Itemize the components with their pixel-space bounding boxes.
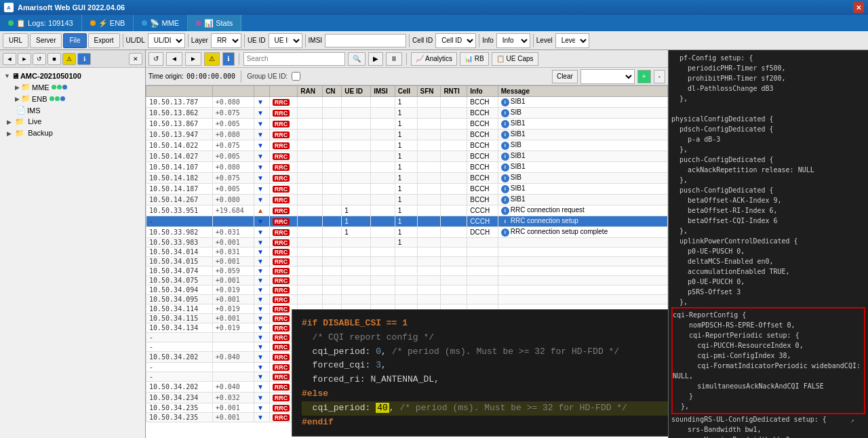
table-row[interactable]: 10.50.34.094 +0.019 ▼ RRC xyxy=(146,285,668,295)
table-row[interactable]: 10.50.34.095 +0.001 ▼ RRC xyxy=(146,295,668,304)
cell-message: iSIB1 xyxy=(498,119,667,130)
table-row[interactable]: 10.50.14.267 +0.080 ▼ RRC 1 BCCH iSIB1 xyxy=(146,195,668,205)
cell-ueid xyxy=(342,285,371,295)
enb-dot-green xyxy=(50,96,54,101)
cell-diff: +0.032 xyxy=(212,393,254,403)
prev-btn[interactable]: ◄ xyxy=(166,52,182,66)
tree-item-mme[interactable]: ▶ 📁 MME xyxy=(12,81,144,93)
table-row[interactable]: 10.50.14.107 +0.080 ▼ RRC 1 BCCH iSIB1 xyxy=(146,162,668,173)
tab-mme[interactable]: 📡 MME xyxy=(134,15,188,31)
cell-time: - xyxy=(146,216,213,227)
ue-caps-btn[interactable]: 📋 UE Caps xyxy=(492,52,538,66)
cell-cell: 1 xyxy=(395,140,417,151)
layer-tag: RRC xyxy=(273,99,290,106)
plus-btn[interactable]: + xyxy=(637,70,651,83)
table-row[interactable]: 10.50.14.022 +0.075 ▼ RRC 1 BCCH iSIB xyxy=(146,140,668,151)
table-row[interactable]: 10.50.33.951 +19.684 ▲ RRC 1 1 CCCH iRRC… xyxy=(146,205,668,216)
tree-item-live[interactable]: ▶ 📁 Live xyxy=(1,116,144,127)
tab-enb[interactable]: ⚡ ENB xyxy=(82,15,134,31)
layer-tag: RRC xyxy=(273,153,290,160)
group-ue-checkbox[interactable] xyxy=(292,72,300,81)
table-row[interactable]: 10.50.34.075 +0.001 ▼ RRC xyxy=(146,276,668,285)
tree-item-backup[interactable]: ▶ 📁 Backup xyxy=(1,127,144,139)
cell-layer: RRC xyxy=(269,97,297,108)
cell-layer: RRC xyxy=(269,119,297,130)
table-row[interactable]: 10.50.14.187 +0.005 ▼ RRC 1 BCCH iSIB1 xyxy=(146,184,668,195)
ul-dl-select[interactable]: UL/DL xyxy=(148,33,185,48)
cell-ueid xyxy=(342,295,371,304)
layer-select[interactable]: RRC xyxy=(211,33,241,48)
cell-time: 10.50.33.982 xyxy=(146,227,213,238)
table-row[interactable]: 10.50.34.015 +0.001 ▼ RRC xyxy=(146,257,668,266)
code-line-8: #endif xyxy=(302,416,668,430)
refresh-btn[interactable]: ↺ xyxy=(33,53,46,65)
warn-filter-btn[interactable]: ⚠ xyxy=(204,52,220,66)
level-select[interactable]: Level xyxy=(555,33,589,48)
close-button[interactable]: ✕ xyxy=(853,2,864,13)
cell-time: 10.50.14.187 xyxy=(146,184,213,195)
play-btn[interactable]: ▶ xyxy=(368,52,383,66)
nav-back-btn[interactable]: ◄ xyxy=(3,53,16,65)
ue-id-select[interactable]: UE ID xyxy=(269,33,302,48)
info-filter-btn[interactable]: ℹ xyxy=(222,52,235,66)
table-row[interactable]: 10.50.33.982 +0.031 ▼ RRC 1 1 DCCH iRRC … xyxy=(146,227,668,238)
cell-sfn xyxy=(417,266,441,276)
cell-id-select[interactable]: Cell ID xyxy=(435,33,476,48)
stop-btn[interactable]: ■ xyxy=(47,53,61,65)
server-btn[interactable]: Server xyxy=(30,33,62,48)
table-row[interactable]: 10.50.13.787 +0.080 ▼ RRC 1 BCCH iSIB1 xyxy=(146,97,668,108)
cell-rnti xyxy=(441,151,467,162)
cell-imsi xyxy=(371,216,395,227)
refresh-table-btn[interactable]: ↺ xyxy=(149,52,163,66)
close-sidebar-btn[interactable]: ✕ xyxy=(129,53,142,65)
table-row[interactable]: 10.50.13.947 +0.080 ▼ RRC 1 BCCH iSIB1 xyxy=(146,130,668,140)
table-row[interactable]: 10.50.13.867 +0.005 ▼ RRC 1 BCCH iSIB1 xyxy=(146,119,668,130)
pause-btn[interactable]: ⏸ xyxy=(386,52,402,66)
url-btn[interactable]: URL xyxy=(3,33,28,48)
code-line-7: cqi_period: 40, /* period (ms). Must be … xyxy=(302,401,668,416)
imsi-input[interactable] xyxy=(325,34,406,47)
cell-ran xyxy=(298,247,323,257)
cell-info: CCCH xyxy=(467,216,498,227)
cell-time: 10.50.34.074 xyxy=(146,266,213,276)
clear-select[interactable] xyxy=(580,69,635,84)
tab-stats[interactable]: 📊 Stats xyxy=(188,15,241,31)
table-row[interactable]: 10.50.14.027 +0.005 ▼ RRC 1 BCCH iSIB1 xyxy=(146,151,668,162)
tree-item-enb[interactable]: ▶ 📁 ENB xyxy=(12,93,144,104)
cell-layer: RRC xyxy=(269,257,297,266)
analytics-btn[interactable]: 📈 Analytics xyxy=(411,52,457,66)
table-row[interactable]: - ▼ RRC 1 1 CCCH iRRC connection setup xyxy=(146,216,668,227)
layer-tag: RRC xyxy=(273,306,290,313)
search-input[interactable] xyxy=(243,52,345,66)
export-btn[interactable]: Export xyxy=(88,33,120,48)
arrow-mme: ▶ xyxy=(15,84,20,91)
tree-item-root[interactable]: ▼ 🖥 AMC-2021050100 xyxy=(1,71,144,81)
cell-info xyxy=(467,247,498,257)
cell-dir: ▼ xyxy=(254,342,270,352)
log-table-container[interactable]: RAN CN UE ID IMSI Cell SFN RNTI Info Mes… xyxy=(146,85,668,438)
tab-logs[interactable]: 📋 Logs: 109143 xyxy=(0,15,82,31)
table-row[interactable]: 10.50.33.983 +0.001 ▼ RRC 1 xyxy=(146,238,668,247)
rb-btn[interactable]: 📊 RB xyxy=(460,52,489,66)
table-row[interactable]: 10.50.34.074 +0.059 ▼ RRC xyxy=(146,266,668,276)
cell-diff: +0.075 xyxy=(212,108,254,119)
next-btn[interactable]: ► xyxy=(185,52,201,66)
tree-item-ims[interactable]: 📄 IMS xyxy=(12,104,144,116)
cell-time: - xyxy=(146,342,213,352)
file-btn[interactable]: File xyxy=(63,33,86,48)
warn-btn[interactable]: ⚠ xyxy=(62,53,76,65)
search-icon-btn[interactable]: 🔍 xyxy=(348,52,366,66)
code-line-6: #else xyxy=(302,387,668,401)
layer-tag: RRC xyxy=(273,249,290,256)
cell-diff: +0.080 xyxy=(212,130,254,140)
cell-sfn xyxy=(417,151,441,162)
table-row[interactable]: 10.50.13.862 +0.075 ▼ RRC 1 BCCH iSIB xyxy=(146,108,668,119)
clear-btn[interactable]: Clear xyxy=(552,70,578,83)
cell-message xyxy=(498,257,667,266)
nav-forward-btn[interactable]: ► xyxy=(18,53,31,65)
minus-btn[interactable]: - xyxy=(654,70,665,83)
info-btn[interactable]: ℹ xyxy=(77,53,91,65)
info-select[interactable]: Info xyxy=(496,33,530,48)
table-row[interactable]: 10.50.14.182 +0.075 ▼ RRC 1 BCCH iSIB xyxy=(146,173,668,184)
table-row[interactable]: 10.50.34.014 +0.031 ▼ RRC xyxy=(146,247,668,257)
